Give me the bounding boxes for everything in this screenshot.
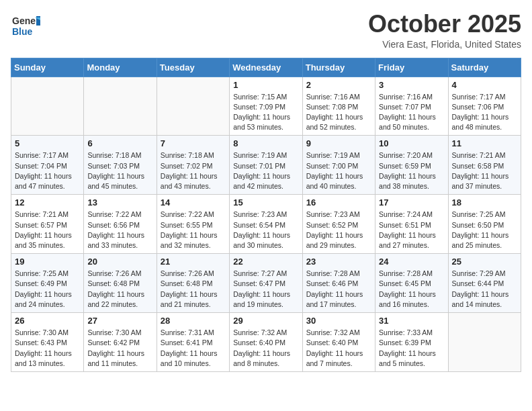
calendar-day-cell: 29Sunrise: 7:32 AM Sunset: 6:40 PM Dayli… xyxy=(230,313,302,372)
calendar-week-row: 5Sunrise: 7:17 AM Sunset: 7:04 PM Daylig… xyxy=(11,136,521,195)
title-block: October 2025 Viera East, Florida, United… xyxy=(368,11,521,50)
calendar-day-cell: 31Sunrise: 7:33 AM Sunset: 6:39 PM Dayli… xyxy=(375,313,448,372)
day-info: Sunrise: 7:25 AM Sunset: 6:49 PM Dayligh… xyxy=(15,269,80,310)
day-number: 21 xyxy=(161,257,226,267)
calendar-day-cell: 24Sunrise: 7:28 AM Sunset: 6:45 PM Dayli… xyxy=(375,254,448,313)
calendar-day-cell: 25Sunrise: 7:29 AM Sunset: 6:44 PM Dayli… xyxy=(448,254,521,313)
day-number: 3 xyxy=(379,80,444,90)
day-number: 5 xyxy=(15,138,80,148)
calendar-day-cell: 14Sunrise: 7:22 AM Sunset: 6:55 PM Dayli… xyxy=(157,195,229,254)
day-info: Sunrise: 7:22 AM Sunset: 6:56 PM Dayligh… xyxy=(87,210,152,250)
calendar-day-cell: 4Sunrise: 7:17 AM Sunset: 7:06 PM Daylig… xyxy=(448,77,521,136)
day-info: Sunrise: 7:17 AM Sunset: 7:06 PM Dayligh… xyxy=(452,92,517,133)
weekday-header: Saturday xyxy=(448,58,521,77)
day-number: 23 xyxy=(306,257,371,267)
day-number: 16 xyxy=(306,197,371,208)
calendar-day-cell: 3Sunrise: 7:16 AM Sunset: 7:07 PM Daylig… xyxy=(375,77,448,136)
day-number: 15 xyxy=(233,197,298,208)
day-info: Sunrise: 7:19 AM Sunset: 7:01 PM Dayligh… xyxy=(233,150,298,191)
calendar-day-cell: 12Sunrise: 7:21 AM Sunset: 6:57 PM Dayli… xyxy=(11,195,84,254)
calendar-day-cell: 18Sunrise: 7:25 AM Sunset: 6:50 PM Dayli… xyxy=(448,195,521,254)
month-title: October 2025 xyxy=(368,11,521,38)
day-number: 25 xyxy=(452,257,517,267)
day-number: 7 xyxy=(161,138,226,148)
calendar-day-cell: 21Sunrise: 7:26 AM Sunset: 6:48 PM Dayli… xyxy=(157,254,229,313)
day-number: 31 xyxy=(379,316,444,326)
day-info: Sunrise: 7:21 AM Sunset: 6:58 PM Dayligh… xyxy=(452,150,517,191)
day-info: Sunrise: 7:16 AM Sunset: 7:07 PM Dayligh… xyxy=(379,92,444,133)
calendar-week-row: 1Sunrise: 7:15 AM Sunset: 7:09 PM Daylig… xyxy=(11,77,521,136)
day-info: Sunrise: 7:32 AM Sunset: 6:40 PM Dayligh… xyxy=(233,328,298,369)
day-info: Sunrise: 7:23 AM Sunset: 6:54 PM Dayligh… xyxy=(233,210,298,250)
day-info: Sunrise: 7:18 AM Sunset: 7:02 PM Dayligh… xyxy=(161,150,226,191)
day-number: 2 xyxy=(306,80,371,90)
day-info: Sunrise: 7:30 AM Sunset: 6:43 PM Dayligh… xyxy=(15,328,80,369)
calendar-day-cell: 15Sunrise: 7:23 AM Sunset: 6:54 PM Dayli… xyxy=(230,195,302,254)
day-number: 30 xyxy=(306,316,371,326)
day-info: Sunrise: 7:22 AM Sunset: 6:55 PM Dayligh… xyxy=(161,210,226,250)
svg-text:General: General xyxy=(12,15,40,26)
calendar-day-cell: 10Sunrise: 7:20 AM Sunset: 6:59 PM Dayli… xyxy=(375,136,448,195)
day-info: Sunrise: 7:32 AM Sunset: 6:40 PM Dayligh… xyxy=(306,328,371,369)
day-info: Sunrise: 7:24 AM Sunset: 6:51 PM Dayligh… xyxy=(379,210,444,250)
day-info: Sunrise: 7:28 AM Sunset: 6:45 PM Dayligh… xyxy=(379,269,444,310)
day-info: Sunrise: 7:26 AM Sunset: 6:48 PM Dayligh… xyxy=(87,269,152,310)
weekday-header: Sunday xyxy=(11,58,84,77)
day-number: 29 xyxy=(233,316,298,326)
weekday-header: Tuesday xyxy=(157,58,229,77)
calendar-header-row: SundayMondayTuesdayWednesdayThursdayFrid… xyxy=(11,58,521,77)
day-info: Sunrise: 7:29 AM Sunset: 6:44 PM Dayligh… xyxy=(452,269,517,310)
calendar-day-cell xyxy=(11,77,84,136)
day-info: Sunrise: 7:17 AM Sunset: 7:04 PM Dayligh… xyxy=(15,150,80,191)
location: Viera East, Florida, United States xyxy=(368,39,521,50)
day-number: 4 xyxy=(452,80,517,90)
day-info: Sunrise: 7:26 AM Sunset: 6:48 PM Dayligh… xyxy=(161,269,226,310)
calendar-day-cell: 23Sunrise: 7:28 AM Sunset: 6:46 PM Dayli… xyxy=(302,254,375,313)
calendar-day-cell: 2Sunrise: 7:16 AM Sunset: 7:08 PM Daylig… xyxy=(302,77,375,136)
day-info: Sunrise: 7:25 AM Sunset: 6:50 PM Dayligh… xyxy=(452,210,517,250)
svg-text:Blue: Blue xyxy=(12,26,33,37)
calendar-day-cell xyxy=(84,77,157,136)
calendar-day-cell: 26Sunrise: 7:30 AM Sunset: 6:43 PM Dayli… xyxy=(11,313,84,372)
weekday-header: Wednesday xyxy=(230,58,302,77)
calendar-day-cell xyxy=(448,313,521,372)
calendar-week-row: 19Sunrise: 7:25 AM Sunset: 6:49 PM Dayli… xyxy=(11,254,521,313)
calendar-day-cell: 6Sunrise: 7:18 AM Sunset: 7:03 PM Daylig… xyxy=(84,136,157,195)
day-info: Sunrise: 7:31 AM Sunset: 6:41 PM Dayligh… xyxy=(161,328,226,369)
day-number: 9 xyxy=(306,138,371,148)
calendar-day-cell: 27Sunrise: 7:30 AM Sunset: 6:42 PM Dayli… xyxy=(84,313,157,372)
day-number: 8 xyxy=(233,138,298,148)
day-info: Sunrise: 7:20 AM Sunset: 6:59 PM Dayligh… xyxy=(379,150,444,191)
calendar-day-cell: 5Sunrise: 7:17 AM Sunset: 7:04 PM Daylig… xyxy=(11,136,84,195)
day-number: 17 xyxy=(379,197,444,208)
day-info: Sunrise: 7:30 AM Sunset: 6:42 PM Dayligh… xyxy=(87,328,152,369)
day-number: 14 xyxy=(161,197,226,208)
day-number: 22 xyxy=(233,257,298,267)
day-number: 1 xyxy=(233,80,298,90)
day-number: 12 xyxy=(15,197,80,208)
day-number: 13 xyxy=(87,197,152,208)
weekday-header: Thursday xyxy=(302,58,375,77)
day-info: Sunrise: 7:21 AM Sunset: 6:57 PM Dayligh… xyxy=(15,210,80,250)
page-header: General Blue October 2025 Viera East, Fl… xyxy=(11,11,521,50)
calendar-day-cell: 1Sunrise: 7:15 AM Sunset: 7:09 PM Daylig… xyxy=(230,77,302,136)
calendar-week-row: 26Sunrise: 7:30 AM Sunset: 6:43 PM Dayli… xyxy=(11,313,521,372)
weekday-header: Monday xyxy=(84,58,157,77)
calendar-day-cell: 22Sunrise: 7:27 AM Sunset: 6:47 PM Dayli… xyxy=(230,254,302,313)
day-info: Sunrise: 7:23 AM Sunset: 6:52 PM Dayligh… xyxy=(306,210,371,250)
calendar-day-cell: 30Sunrise: 7:32 AM Sunset: 6:40 PM Dayli… xyxy=(302,313,375,372)
day-number: 28 xyxy=(161,316,226,326)
calendar-day-cell: 13Sunrise: 7:22 AM Sunset: 6:56 PM Dayli… xyxy=(84,195,157,254)
calendar-day-cell: 7Sunrise: 7:18 AM Sunset: 7:02 PM Daylig… xyxy=(157,136,229,195)
day-number: 10 xyxy=(379,138,444,148)
day-number: 26 xyxy=(15,316,80,326)
calendar-day-cell: 11Sunrise: 7:21 AM Sunset: 6:58 PM Dayli… xyxy=(448,136,521,195)
day-info: Sunrise: 7:33 AM Sunset: 6:39 PM Dayligh… xyxy=(379,328,444,369)
day-number: 24 xyxy=(379,257,444,267)
day-number: 11 xyxy=(452,138,517,148)
logo-icon: General Blue xyxy=(11,11,40,40)
calendar-day-cell: 8Sunrise: 7:19 AM Sunset: 7:01 PM Daylig… xyxy=(230,136,302,195)
day-number: 19 xyxy=(15,257,80,267)
calendar-day-cell: 28Sunrise: 7:31 AM Sunset: 6:41 PM Dayli… xyxy=(157,313,229,372)
day-number: 27 xyxy=(87,316,152,326)
